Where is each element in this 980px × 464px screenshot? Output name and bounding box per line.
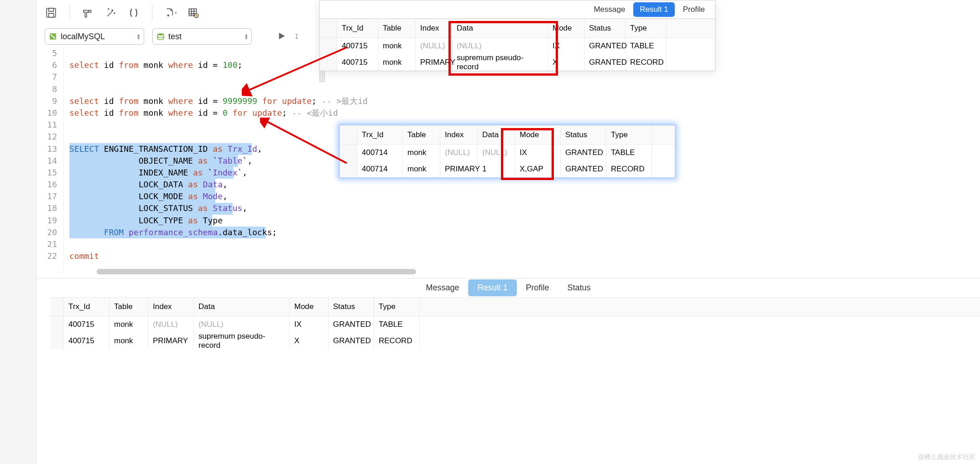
col-trx[interactable]: Trx_Id [64, 298, 109, 316]
table-header: Trx_Id Table Index Data Mode Status Type [50, 297, 980, 316]
tab-result1[interactable]: Result 1 [468, 279, 516, 296]
table-row[interactable]: 400715monkPRIMARYsupremum pseudo-recordX… [50, 333, 980, 349]
col-data[interactable]: Data [452, 19, 548, 37]
col-type[interactable]: Type [374, 298, 420, 316]
line-numbers: 5678910111213141516171819202122 [36, 47, 64, 274]
dropdown-arrows-icon: ▴▾ [245, 33, 248, 40]
tab-status[interactable]: Status [558, 279, 600, 296]
tab-profile[interactable]: Profile [517, 279, 558, 296]
left-gutter [0, 0, 36, 464]
wand-icon[interactable] [104, 6, 117, 19]
doc-plus-icon[interactable]: ▾ [164, 6, 177, 19]
database-icon [156, 32, 165, 41]
popup1-tab-message[interactable]: Message [587, 2, 631, 17]
col-index[interactable]: Index [416, 19, 452, 37]
save-icon[interactable] [45, 6, 57, 19]
col-mode[interactable]: Mode [290, 298, 328, 316]
table-plus-icon[interactable] [187, 6, 200, 19]
connection-icon [49, 32, 57, 41]
hammer-icon[interactable] [82, 6, 94, 19]
sql-editor[interactable]: 5678910111213141516171819202122 select i… [36, 47, 980, 274]
svg-rect-1 [49, 8, 54, 11]
cursor-indicator: I [295, 33, 298, 40]
svg-rect-0 [47, 8, 56, 17]
col-table[interactable]: Table [378, 19, 416, 37]
code-area[interactable]: select id from monk where id = 100;selec… [64, 47, 980, 274]
col-type[interactable]: Type [626, 19, 667, 37]
connection-label: localMySQL [61, 32, 134, 41]
col-trx[interactable]: Trx_Id [337, 19, 378, 37]
main-area: ▾ localMySQL ▴▾ test ▴▾ I 56789101112131… [36, 0, 980, 464]
col-status[interactable]: Status [328, 298, 374, 316]
col-mode[interactable]: Mode [548, 19, 584, 37]
run-button[interactable] [276, 31, 287, 42]
col-index[interactable]: Index [148, 298, 194, 316]
bottom-result-table: Trx_Id Table Index Data Mode Status Type… [50, 297, 980, 349]
database-label: test [168, 32, 241, 41]
tab-message[interactable]: Message [417, 279, 468, 296]
svg-point-5 [157, 33, 164, 36]
popup1-header: Trx_Id Table Index Data Mode Status Type [320, 19, 715, 38]
parens-icon[interactable] [127, 6, 140, 19]
col-table[interactable]: Table [109, 298, 148, 316]
horizontal-scrollbar[interactable] [97, 269, 416, 274]
watermark: @稀土掘金技术社区 [918, 453, 975, 461]
col-data[interactable]: Data [194, 298, 290, 316]
connection-dropdown[interactable]: localMySQL ▴▾ [45, 28, 144, 45]
database-dropdown[interactable]: test ▴▾ [152, 28, 252, 45]
popup1-tab-profile[interactable]: Profile [677, 2, 711, 17]
popup1-tab-result1[interactable]: Result 1 [633, 2, 674, 17]
table-row[interactable]: 400715monk(NULL)(NULL)IXGRANTEDTABLE [50, 316, 980, 333]
popup1-tabs: Message Result 1 Profile [320, 0, 715, 19]
dropdown-arrows-icon: ▴▾ [137, 33, 140, 40]
svg-rect-2 [49, 13, 54, 17]
col-status[interactable]: Status [584, 19, 626, 37]
result-tabs: Message Result 1 Profile Status [36, 278, 980, 297]
